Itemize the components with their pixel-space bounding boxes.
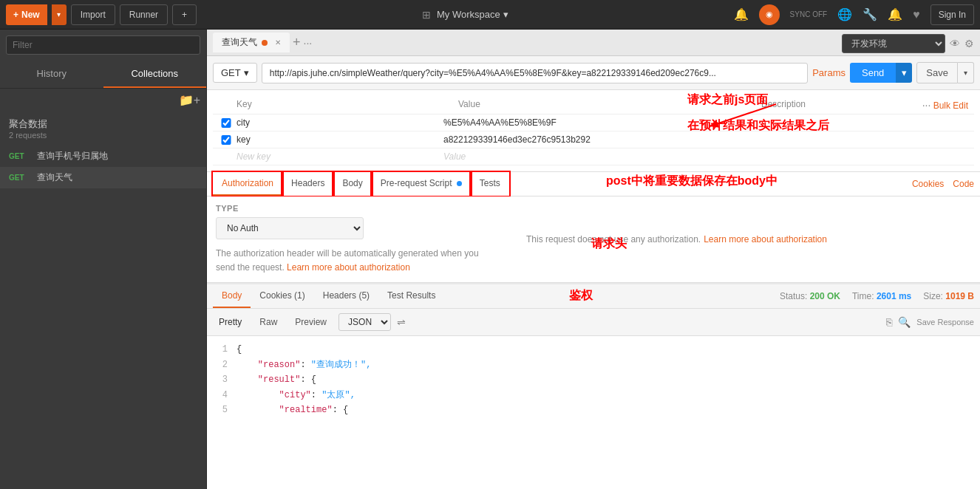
sign-in-button[interactable]: Sign In (930, 4, 974, 25)
auth-type-section: TYPE No Auth The authorization header wi… (216, 204, 497, 275)
send-dropdown-button[interactable]: ▾ (896, 63, 912, 83)
auth-type-select[interactable]: No Auth (216, 217, 364, 239)
plus-icon: + (13, 10, 18, 20)
tests-label: Tests (480, 178, 500, 188)
response-body-label: Body (222, 290, 242, 301)
send-button-group: Send ▾ (850, 63, 912, 83)
params-actions-header: ··· Bulk Edit (909, 99, 968, 111)
main-layout: History Collections 📁+ 聚合数据 2 requests G… (0, 30, 980, 489)
method-get-badge: GET (9, 152, 31, 160)
content-area: 查询天气 ✕ + ··· GET ▾ Params Send ▾ (207, 30, 980, 489)
tab-response-headers[interactable]: Headers (5) (314, 284, 378, 308)
auth-desc-line1: The authorization header will be (216, 248, 341, 259)
sub-tabs: Authorization Headers Body Pre-request S… (207, 172, 980, 196)
auth-description: The authorization header will be automat… (216, 247, 497, 275)
request-tab[interactable]: 查询天气 ✕ (213, 33, 290, 52)
pre-request-label: Pre-request Script (381, 178, 452, 188)
format-select[interactable]: JSON (338, 313, 391, 331)
response-format-bar: Pretty Raw Preview JSON ⇌ ⎘ 🔍 Save Respo… (207, 309, 980, 336)
wrench-icon[interactable]: 🔧 (862, 7, 877, 21)
row-checkbox[interactable] (219, 118, 234, 128)
settings-icon[interactable]: ⚙ (964, 38, 974, 49)
save-response-button[interactable]: Save Response (916, 316, 974, 328)
auth-desc-line3: request. (252, 262, 284, 273)
tab-body[interactable]: Body (333, 172, 371, 196)
response-status-bar: Status: 200 OK Time: 2601 ms Size: 1019 … (780, 291, 974, 301)
globe-icon[interactable]: 🌐 (837, 7, 852, 21)
tab-response-cookies[interactable]: Cookies (1) (251, 284, 313, 308)
three-dots-icon[interactable]: ··· (922, 99, 931, 111)
time-label: Time: 2601 ms (852, 291, 911, 301)
params-section: Key Value Description ··· Bulk Edit city… (207, 90, 980, 172)
search-icon[interactable]: 🔍 (898, 316, 911, 328)
json-line: 1 { (213, 342, 974, 357)
pretty-button[interactable]: Pretty (213, 314, 248, 330)
tab-response-body[interactable]: Body (213, 284, 251, 308)
bulk-edit-button[interactable]: Bulk Edit (933, 100, 968, 111)
new-tab-button[interactable]: + (172, 4, 197, 25)
json-line: 5 "realtime": { (213, 403, 974, 417)
param-value-cell: a822129339146ed3ec276c9513b292 (443, 134, 968, 145)
raw-button[interactable]: Raw (253, 314, 283, 330)
add-tab-button[interactable]: + (293, 35, 301, 50)
test-results-label: Test Results (387, 290, 435, 301)
workspace-button[interactable]: My Workspace ▾ (437, 9, 508, 20)
tab-headers[interactable]: Headers (282, 172, 333, 196)
new-folder-button[interactable]: 📁+ (179, 93, 200, 107)
eye-icon[interactable]: 👁 (950, 38, 960, 49)
auth-learn-more-link[interactable]: Learn more about authorization (287, 262, 410, 273)
table-row: key a822129339146ed3ec276c9513b292 (213, 131, 974, 148)
grid-icon: ⊞ (422, 9, 431, 21)
sub-tabs-wrapper: Authorization Headers Body Pre-request S… (207, 172, 980, 196)
notification-icon[interactable]: 🔔 (734, 7, 749, 21)
environment-select[interactable]: 开发环境 (842, 34, 945, 53)
heart-icon[interactable]: ♥ (913, 8, 920, 21)
history-label: History (37, 68, 67, 79)
save-dropdown-button[interactable]: ▾ (958, 62, 974, 83)
size-label: Size: 1019 B (923, 291, 974, 301)
params-button[interactable]: Params (812, 67, 845, 78)
sidebar-item-history[interactable]: History (0, 61, 103, 88)
copy-icon[interactable]: ⎘ (886, 316, 892, 328)
new-dropdown-arrow[interactable]: ▾ (52, 4, 67, 25)
cookies-link[interactable]: Cookies (912, 179, 944, 189)
type-label: TYPE (216, 204, 497, 213)
auth-right-learn-link[interactable]: Learn more about authorization (704, 234, 827, 244)
tab-test-results[interactable]: Test Results (378, 284, 444, 308)
chevron-down-icon: ▾ (503, 9, 508, 20)
param-key-cell: key (237, 134, 443, 145)
url-bar: GET ▾ Params Send ▾ Save ▾ (207, 56, 980, 90)
tab-tests[interactable]: Tests (471, 172, 509, 196)
save-button[interactable]: Save (916, 62, 958, 83)
params-desc-header: Description (761, 99, 909, 111)
close-icon[interactable]: ✕ (275, 38, 281, 47)
status-label: Status: 200 OK (780, 291, 840, 301)
more-tabs-button[interactable]: ··· (304, 37, 313, 49)
params-key-header: Key (237, 99, 458, 111)
new-label: New (21, 10, 40, 20)
send-button[interactable]: Send (850, 63, 896, 83)
new-button[interactable]: + New (6, 4, 47, 25)
tab-authorization[interactable]: Authorization (213, 172, 282, 196)
new-value-input[interactable]: Value (443, 151, 968, 162)
url-input[interactable] (262, 63, 808, 83)
new-key-input[interactable]: New key (237, 151, 443, 162)
code-link[interactable]: Code (953, 179, 974, 189)
list-item[interactable]: GET 查询天气 (0, 167, 206, 188)
method-select[interactable]: GET ▾ (213, 63, 257, 83)
param-value-cell: %E5%A4%AA%E5%8E%9F (443, 117, 968, 128)
runner-button[interactable]: Runner (120, 4, 168, 25)
tab-pre-request[interactable]: Pre-request Script (372, 172, 471, 196)
import-button[interactable]: Import (71, 4, 115, 25)
sidebar-item-collections[interactable]: Collections (103, 61, 207, 88)
preview-button[interactable]: Preview (289, 314, 333, 330)
wrap-icon[interactable]: ⇌ (397, 316, 406, 328)
topbar: + New ▾ Import Runner + ⊞ My Workspace ▾… (0, 0, 980, 30)
unsaved-dot (262, 40, 268, 46)
bell-icon[interactable]: 🔔 (888, 7, 902, 21)
params-value-header: Value (458, 99, 761, 111)
search-input[interactable] (6, 35, 200, 55)
json-line: 4 "city": "太原", (213, 388, 974, 403)
list-item[interactable]: GET 查询手机号归属地 (0, 146, 206, 167)
row-checkbox[interactable] (219, 135, 234, 145)
